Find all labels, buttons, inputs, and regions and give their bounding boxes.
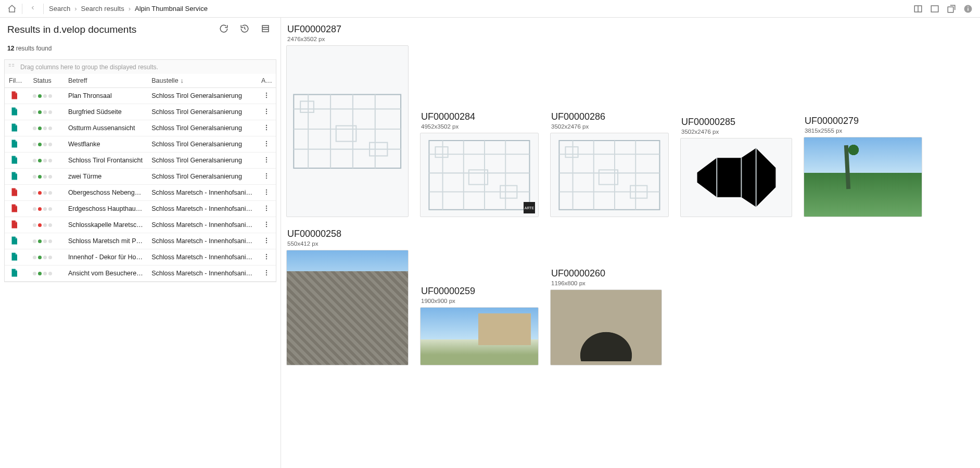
svg-rect-6 bbox=[968, 6, 969, 7]
divider bbox=[22, 4, 22, 14]
home-icon[interactable] bbox=[7, 4, 17, 14]
svg-rect-2 bbox=[931, 6, 938, 12]
chevron-right-icon: › bbox=[74, 5, 77, 12]
breadcrumb: Search › Search results › Alpin Thumbnai… bbox=[7, 4, 208, 14]
chevron-right-icon: › bbox=[129, 5, 131, 12]
back-icon[interactable] bbox=[30, 5, 36, 12]
topbar: Search › Search results › Alpin Thumbnai… bbox=[0, 0, 980, 18]
svg-rect-5 bbox=[968, 8, 969, 10]
layout-columns-icon[interactable] bbox=[913, 4, 923, 14]
svg-rect-3 bbox=[948, 7, 953, 12]
info-icon[interactable] bbox=[963, 4, 973, 14]
open-external-icon[interactable] bbox=[947, 4, 956, 14]
breadcrumb-results[interactable]: Search results bbox=[81, 5, 124, 12]
breadcrumb-current: Alpin Thumbnail Service bbox=[135, 5, 208, 12]
breadcrumb-search[interactable]: Search bbox=[49, 5, 70, 12]
topbar-actions bbox=[913, 4, 973, 14]
layout-single-icon[interactable] bbox=[930, 4, 939, 14]
divider bbox=[43, 4, 44, 14]
